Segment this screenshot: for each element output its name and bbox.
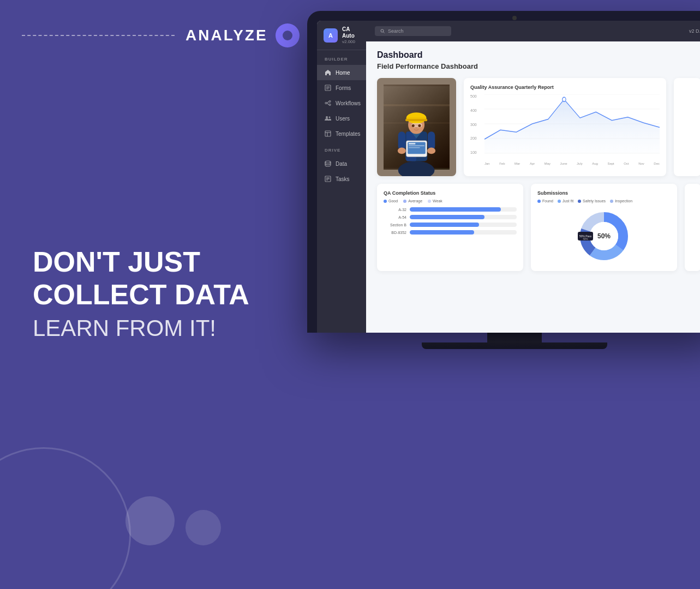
sidebar-builder-label: BUILDER xyxy=(317,50,366,65)
sub-legend-justfit: Just fit xyxy=(558,199,573,203)
svg-point-19 xyxy=(381,29,384,32)
y-label-500: 500 xyxy=(470,94,483,98)
search-bar[interactable]: Search xyxy=(375,26,451,36)
legend-weak-dot xyxy=(428,200,431,203)
sidebar-item-home[interactable]: Home xyxy=(317,65,366,80)
dashboard-top-row: Quality Assurance Quarterly Report 500 4… xyxy=(377,78,700,176)
submissions-card: Submissions Found Just fit xyxy=(531,184,677,271)
sidebar-item-templates[interactable]: Templates xyxy=(317,126,366,141)
hero-line1: DON'T JUST xyxy=(33,246,249,279)
submissions-overflow-card xyxy=(685,184,700,271)
home-icon xyxy=(325,69,331,76)
bar-row-bd8352: BD-8352 xyxy=(384,230,517,235)
qa-chart-area: 500 400 300 200 100 xyxy=(470,94,660,165)
app-sidebar: A CA Auto v2.000 BUILDER Home xyxy=(317,21,366,333)
svg-point-14 xyxy=(325,161,331,163)
hero-text: DON'T JUST COLLECT DATA LEARN FROM IT! xyxy=(33,246,249,343)
app-name: CA Auto xyxy=(342,26,360,39)
svg-rect-39 xyxy=(409,143,416,145)
y-label-200: 200 xyxy=(470,136,483,140)
legend-good-label: Good xyxy=(388,199,398,203)
svg-rect-41 xyxy=(409,147,420,148)
bar-label-bd8352: BD-8352 xyxy=(384,231,406,235)
legend-average: Average xyxy=(403,199,422,203)
analyze-label: ANALYZE xyxy=(175,23,310,47)
svg-line-7 xyxy=(327,102,329,103)
legend-weak-label: Weak xyxy=(433,199,442,203)
bar-label-a32: A-32 xyxy=(384,208,406,212)
svg-point-6 xyxy=(329,104,331,106)
dashboard-bottom-row: QA Completion Status Good Average xyxy=(377,184,700,271)
svg-point-42 xyxy=(412,124,415,127)
hero-line3: LEARN FROM IT! xyxy=(33,314,249,344)
bar-fill-bd8352 xyxy=(410,230,474,235)
sidebar-drive-label: DRIVE xyxy=(317,141,366,156)
sidebar-item-data[interactable]: Data xyxy=(317,156,366,171)
tasks-icon xyxy=(325,176,331,182)
worker-image-card xyxy=(377,78,456,176)
bg-decorative-circle-small xyxy=(186,510,221,545)
bar-track-a32 xyxy=(410,207,517,212)
qa-chart-title: Quality Assurance Quarterly Report xyxy=(470,85,660,90)
svg-point-35 xyxy=(398,148,406,154)
sub-justfit-label: Just fit xyxy=(563,199,573,203)
sidebar-item-tasks[interactable]: Tasks xyxy=(317,171,366,187)
sub-justfit-dot xyxy=(558,200,561,203)
bar-label-sectionb: Section B xyxy=(384,223,406,227)
legend-average-label: Average xyxy=(408,199,422,203)
y-label-300: 300 xyxy=(470,123,483,127)
app-header: A CA Auto v2.000 xyxy=(317,21,366,50)
sidebar-item-forms[interactable]: Forms xyxy=(317,80,366,95)
sub-found-dot xyxy=(537,200,541,203)
search-placeholder: Search xyxy=(388,28,404,34)
chart-y-labels: 500 400 300 200 100 xyxy=(470,94,483,154)
svg-point-5 xyxy=(329,101,331,103)
legend-good: Good xyxy=(384,199,398,203)
svg-point-4 xyxy=(325,103,327,104)
sub-inspection-dot xyxy=(610,200,613,203)
svg-point-9 xyxy=(326,116,328,118)
legend-good-dot xyxy=(384,200,387,203)
svg-line-8 xyxy=(327,104,329,105)
svg-rect-34 xyxy=(428,131,435,149)
dashed-line-left xyxy=(22,35,175,36)
sub-inspection-label: Inspection xyxy=(615,199,632,203)
sub-found-label: Found xyxy=(542,199,553,203)
hero-line2: COLLECT DATA xyxy=(33,279,249,311)
qa-legend: Good Average Weak xyxy=(384,199,517,203)
legend-weak: Weak xyxy=(428,199,442,203)
workflows-icon xyxy=(325,100,331,106)
donut-chart-area: 50% 50% Pass 50% xyxy=(537,206,671,266)
dashboard-panel: Dashboard Field Performance Dashboard xyxy=(366,41,700,333)
bar-row-a54: A-54 xyxy=(384,215,517,219)
laptop-stand-assembly xyxy=(307,333,700,349)
laptop-camera xyxy=(512,16,517,20)
svg-point-43 xyxy=(418,124,421,127)
sidebar-item-workflows[interactable]: Workflows xyxy=(317,95,366,111)
chart-x-labels: JanFebMarAprMay JuneJulyAugSeptOct NovDe… xyxy=(484,162,660,165)
dashboard-subtitle: Field Performance Dashboard xyxy=(377,62,700,70)
app-top-bar: Search v2 D... xyxy=(366,21,700,41)
bar-fill-a32 xyxy=(410,207,501,212)
svg-rect-31 xyxy=(405,119,427,121)
qa-chart-card: Quality Assurance Quarterly Report 500 4… xyxy=(464,78,666,176)
laptop-mockup: A CA Auto v2.000 BUILDER Home xyxy=(307,11,700,382)
sidebar-users-label: Users xyxy=(336,116,350,122)
app-main-content: Search v2 D... Dashboard Field Performan… xyxy=(366,21,700,333)
worker-svg xyxy=(384,78,450,176)
qa-status-card: QA Completion Status Good Average xyxy=(377,184,523,271)
legend-average-dot xyxy=(403,200,406,203)
sidebar-forms-label: Forms xyxy=(336,85,351,91)
laptop-screen: A CA Auto v2.000 BUILDER Home xyxy=(317,21,700,333)
laptop-screen-outer: A CA Auto v2.000 BUILDER Home xyxy=(307,11,700,333)
svg-rect-11 xyxy=(325,131,331,136)
sidebar-item-users[interactable]: Users xyxy=(317,111,366,126)
bar-rows: A-32 A-54 xyxy=(384,207,517,235)
bar-label-a54: A-54 xyxy=(384,215,406,219)
bar-fill-a54 xyxy=(410,215,484,219)
sub-safety-label: Safety Issues xyxy=(583,199,606,203)
chart-svg-container xyxy=(484,94,660,154)
chart-card-overflow xyxy=(674,78,700,176)
sub-safety-dot xyxy=(578,200,581,203)
forms-icon xyxy=(325,85,331,91)
